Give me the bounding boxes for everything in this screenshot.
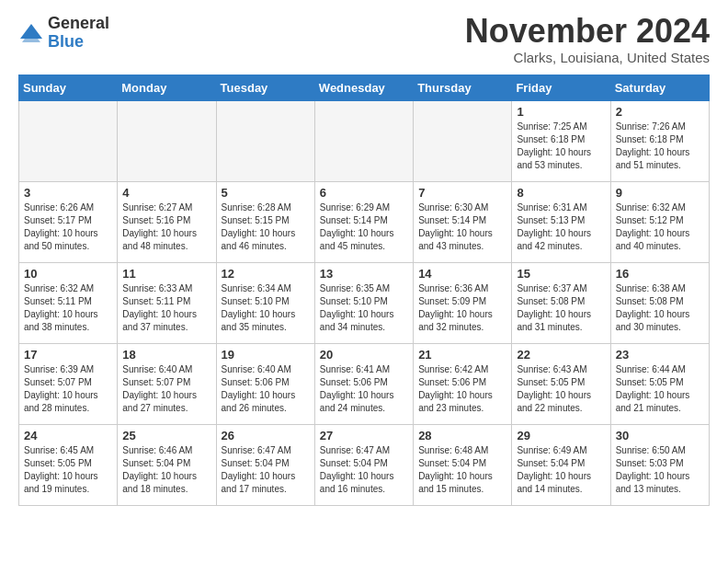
day-info: Sunrise: 6:26 AMSunset: 5:17 PMDaylight:… — [24, 201, 112, 253]
day-info: Sunrise: 6:40 AMSunset: 5:06 PMDaylight:… — [222, 363, 310, 415]
weekday-header: Friday — [512, 75, 610, 101]
location: Clarks, Louisiana, United States — [465, 50, 710, 65]
day-number: 18 — [122, 348, 210, 362]
calendar-cell: 5Sunrise: 6:28 AMSunset: 5:15 PMDaylight… — [216, 182, 314, 263]
day-number: 26 — [222, 429, 310, 442]
day-info: Sunrise: 6:50 AMSunset: 5:03 PMDaylight:… — [616, 444, 704, 496]
day-number: 11 — [122, 267, 210, 281]
weekday-header: Wednesday — [314, 75, 413, 101]
logo-icon — [18, 20, 44, 46]
day-number: 22 — [517, 348, 605, 362]
weekday-header: Thursday — [414, 75, 512, 101]
day-info: Sunrise: 6:28 AMSunset: 5:15 PMDaylight:… — [222, 201, 310, 253]
day-number: 15 — [517, 267, 605, 281]
calendar-cell: 6Sunrise: 6:29 AMSunset: 5:14 PMDaylight… — [314, 182, 413, 263]
day-info: Sunrise: 6:43 AMSunset: 5:05 PMDaylight:… — [517, 363, 605, 415]
day-number: 19 — [222, 348, 310, 362]
calendar-cell — [19, 101, 118, 182]
weekday-header: Sunday — [19, 75, 118, 101]
day-number: 25 — [122, 429, 210, 442]
calendar-cell: 24Sunrise: 6:45 AMSunset: 5:05 PMDayligh… — [19, 425, 118, 506]
logo-general: General — [48, 15, 109, 33]
calendar-cell — [216, 101, 314, 182]
weekday-header: Monday — [118, 75, 216, 101]
calendar-cell: 28Sunrise: 6:48 AMSunset: 5:04 PMDayligh… — [414, 425, 512, 506]
day-number: 24 — [24, 429, 112, 442]
calendar-cell: 13Sunrise: 6:35 AMSunset: 5:10 PMDayligh… — [314, 263, 413, 344]
weekday-header-row: SundayMondayTuesdayWednesdayThursdayFrid… — [19, 75, 710, 101]
calendar-cell: 11Sunrise: 6:33 AMSunset: 5:11 PMDayligh… — [118, 263, 216, 344]
logo-text: General Blue — [48, 15, 109, 52]
calendar-cell: 15Sunrise: 6:37 AMSunset: 5:08 PMDayligh… — [512, 263, 610, 344]
day-number: 2 — [616, 105, 704, 119]
day-info: Sunrise: 6:47 AMSunset: 5:04 PMDaylight:… — [320, 444, 408, 496]
calendar-cell: 30Sunrise: 6:50 AMSunset: 5:03 PMDayligh… — [610, 425, 709, 506]
day-number: 28 — [418, 429, 506, 442]
day-number: 9 — [616, 186, 704, 200]
calendar-cell: 7Sunrise: 6:30 AMSunset: 5:14 PMDaylight… — [414, 182, 512, 263]
title-block: November 2024 Clarks, Louisiana, United … — [465, 15, 710, 65]
day-info: Sunrise: 6:36 AMSunset: 5:09 PMDaylight:… — [418, 282, 506, 334]
day-info: Sunrise: 6:37 AMSunset: 5:08 PMDaylight:… — [517, 282, 605, 334]
day-info: Sunrise: 6:46 AMSunset: 5:04 PMDaylight:… — [122, 444, 210, 496]
day-number: 1 — [517, 105, 605, 119]
day-info: Sunrise: 6:38 AMSunset: 5:08 PMDaylight:… — [616, 282, 704, 334]
day-info: Sunrise: 6:30 AMSunset: 5:14 PMDaylight:… — [418, 201, 506, 253]
day-info: Sunrise: 6:48 AMSunset: 5:04 PMDaylight:… — [418, 444, 506, 496]
day-number: 27 — [320, 429, 408, 442]
calendar-week-row: 10Sunrise: 6:32 AMSunset: 5:11 PMDayligh… — [19, 263, 710, 344]
day-info: Sunrise: 6:35 AMSunset: 5:10 PMDaylight:… — [320, 282, 408, 334]
calendar-cell: 10Sunrise: 6:32 AMSunset: 5:11 PMDayligh… — [19, 263, 118, 344]
calendar-cell: 22Sunrise: 6:43 AMSunset: 5:05 PMDayligh… — [512, 344, 610, 425]
calendar-cell: 21Sunrise: 6:42 AMSunset: 5:06 PMDayligh… — [414, 344, 512, 425]
day-number: 6 — [320, 186, 408, 200]
calendar-week-row: 1Sunrise: 7:25 AMSunset: 6:18 PMDaylight… — [19, 101, 710, 182]
calendar-week-row: 3Sunrise: 6:26 AMSunset: 5:17 PMDaylight… — [19, 182, 710, 263]
calendar-week-row: 17Sunrise: 6:39 AMSunset: 5:07 PMDayligh… — [19, 344, 710, 425]
day-number: 7 — [418, 186, 506, 200]
calendar-cell: 9Sunrise: 6:32 AMSunset: 5:12 PMDaylight… — [610, 182, 709, 263]
logo-blue: Blue — [48, 33, 109, 52]
calendar-cell — [118, 101, 216, 182]
day-number: 21 — [418, 348, 506, 362]
day-info: Sunrise: 6:33 AMSunset: 5:11 PMDaylight:… — [122, 282, 210, 334]
day-info: Sunrise: 6:44 AMSunset: 5:05 PMDaylight:… — [616, 363, 704, 415]
calendar-cell: 4Sunrise: 6:27 AMSunset: 5:16 PMDaylight… — [118, 182, 216, 263]
logo: General Blue — [18, 15, 109, 52]
calendar-cell: 8Sunrise: 6:31 AMSunset: 5:13 PMDaylight… — [512, 182, 610, 263]
day-number: 4 — [122, 186, 210, 200]
calendar-cell: 16Sunrise: 6:38 AMSunset: 5:08 PMDayligh… — [610, 263, 709, 344]
day-info: Sunrise: 6:32 AMSunset: 5:12 PMDaylight:… — [616, 201, 704, 253]
calendar-cell — [314, 101, 413, 182]
calendar-cell: 19Sunrise: 6:40 AMSunset: 5:06 PMDayligh… — [216, 344, 314, 425]
day-number: 8 — [517, 186, 605, 200]
day-number: 30 — [616, 429, 704, 442]
weekday-header: Tuesday — [216, 75, 314, 101]
calendar-cell: 29Sunrise: 6:49 AMSunset: 5:04 PMDayligh… — [512, 425, 610, 506]
day-info: Sunrise: 6:40 AMSunset: 5:07 PMDaylight:… — [122, 363, 210, 415]
day-info: Sunrise: 6:27 AMSunset: 5:16 PMDaylight:… — [122, 201, 210, 253]
day-info: Sunrise: 6:45 AMSunset: 5:05 PMDaylight:… — [24, 444, 112, 496]
calendar-cell: 20Sunrise: 6:41 AMSunset: 5:06 PMDayligh… — [314, 344, 413, 425]
day-info: Sunrise: 6:49 AMSunset: 5:04 PMDaylight:… — [517, 444, 605, 496]
calendar-cell: 1Sunrise: 7:25 AMSunset: 6:18 PMDaylight… — [512, 101, 610, 182]
calendar-cell: 17Sunrise: 6:39 AMSunset: 5:07 PMDayligh… — [19, 344, 118, 425]
calendar-cell — [414, 101, 512, 182]
day-number: 13 — [320, 267, 408, 281]
calendar-week-row: 24Sunrise: 6:45 AMSunset: 5:05 PMDayligh… — [19, 425, 710, 506]
day-info: Sunrise: 6:31 AMSunset: 5:13 PMDaylight:… — [517, 201, 605, 253]
day-info: Sunrise: 6:32 AMSunset: 5:11 PMDaylight:… — [24, 282, 112, 334]
day-number: 12 — [222, 267, 310, 281]
day-info: Sunrise: 6:41 AMSunset: 5:06 PMDaylight:… — [320, 363, 408, 415]
day-number: 14 — [418, 267, 506, 281]
calendar-cell: 23Sunrise: 6:44 AMSunset: 5:05 PMDayligh… — [610, 344, 709, 425]
calendar-cell: 25Sunrise: 6:46 AMSunset: 5:04 PMDayligh… — [118, 425, 216, 506]
calendar-cell: 2Sunrise: 7:26 AMSunset: 6:18 PMDaylight… — [610, 101, 709, 182]
calendar-cell: 27Sunrise: 6:47 AMSunset: 5:04 PMDayligh… — [314, 425, 413, 506]
day-info: Sunrise: 6:42 AMSunset: 5:06 PMDaylight:… — [418, 363, 506, 415]
day-number: 16 — [616, 267, 704, 281]
day-number: 10 — [24, 267, 112, 281]
calendar: SundayMondayTuesdayWednesdayThursdayFrid… — [18, 75, 710, 506]
day-info: Sunrise: 7:25 AMSunset: 6:18 PMDaylight:… — [517, 121, 605, 172]
calendar-cell: 26Sunrise: 6:47 AMSunset: 5:04 PMDayligh… — [216, 425, 314, 506]
